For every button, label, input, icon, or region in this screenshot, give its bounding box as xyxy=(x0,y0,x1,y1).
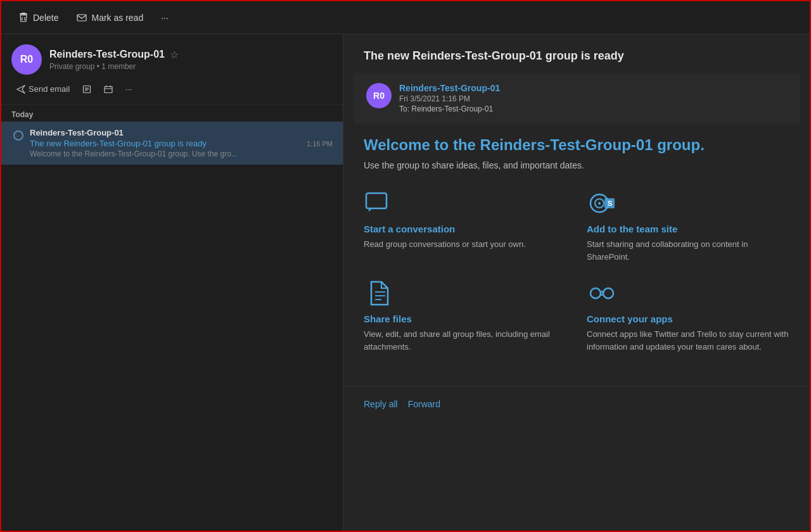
new-note-icon xyxy=(82,85,91,94)
email-content: Reinders-Test-Group-01 The new Reinders-… xyxy=(30,128,333,158)
calendar-button[interactable] xyxy=(99,82,118,97)
detail-body: Welcome to the Reinders-Test-Group-01 gr… xyxy=(343,124,810,386)
sharepoint-icon: S xyxy=(587,188,617,218)
chat-icon xyxy=(364,188,394,218)
feature-title-apps: Connect your apps xyxy=(587,314,789,324)
email-time: 1:16 PM xyxy=(307,140,333,148)
detail-date: Fri 3/5/2021 1:16 PM xyxy=(399,94,787,103)
feature-desc-conversation: Read group conversations or start your o… xyxy=(364,238,566,251)
group-name: Reinders-Test-Group-01 xyxy=(49,49,165,60)
email-list-item[interactable]: Reinders-Test-Group-01 The new Reinders-… xyxy=(1,122,343,165)
toolbar: Delete Mark as read ··· xyxy=(1,1,810,34)
detail-welcome-heading: Welcome to the Reinders-Test-Group-01 gr… xyxy=(364,136,789,154)
feature-desc-files: View, edit, and share all group files, i… xyxy=(364,328,566,353)
feature-item-apps: Connect your apps Connect apps like Twit… xyxy=(587,278,789,353)
email-list: Today Reinders-Test-Group-01 The new Rei… xyxy=(1,105,343,532)
svg-rect-1 xyxy=(22,13,25,14)
detail-from-row: R0 Reinders-Test-Group-01 Fri 3/5/2021 1… xyxy=(366,83,787,113)
feature-item-conversation: Start a conversation Read group conversa… xyxy=(364,188,566,263)
file-icon xyxy=(364,278,394,308)
feature-title-sharepoint: Add to the team site xyxy=(587,224,789,234)
left-panel: R0 Reinders-Test-Group-01 ☆ Private grou… xyxy=(1,34,343,532)
apps-icon xyxy=(587,278,617,308)
send-email-button[interactable]: Send email xyxy=(11,81,75,97)
group-actions: Send email xyxy=(11,81,333,97)
more-toolbar-button[interactable]: ··· xyxy=(155,9,175,27)
group-meta: Private group • 1 member xyxy=(49,62,333,71)
feature-item-sharepoint: S Add to the team site Start sharing and… xyxy=(587,188,789,263)
unread-dot xyxy=(13,130,23,141)
svg-point-16 xyxy=(598,202,601,205)
detail-subject: The new Reinders-Test-Group-01 group is … xyxy=(343,34,810,73)
feature-desc-apps: Connect apps like Twitter and Trello to … xyxy=(587,328,789,353)
group-avatar: R0 xyxy=(11,44,42,75)
svg-point-22 xyxy=(591,288,601,298)
today-label: Today xyxy=(1,105,343,122)
group-header: R0 Reinders-Test-Group-01 ☆ Private grou… xyxy=(1,34,343,105)
mark-as-read-icon xyxy=(76,12,87,23)
svg-point-23 xyxy=(603,288,613,298)
main-layout: R0 Reinders-Test-Group-01 ☆ Private grou… xyxy=(1,34,810,532)
svg-rect-13 xyxy=(366,193,386,208)
feature-item-files: Share files View, edit, and share all gr… xyxy=(364,278,566,353)
delete-icon xyxy=(18,12,29,23)
detail-meta: Reinders-Test-Group-01 Fri 3/5/2021 1:16… xyxy=(399,83,787,113)
star-icon[interactable]: ☆ xyxy=(170,49,179,61)
right-panel: The new Reinders-Test-Group-01 group is … xyxy=(343,34,810,532)
forward-button[interactable]: Forward xyxy=(408,396,440,412)
detail-sender-name: Reinders-Test-Group-01 xyxy=(399,83,787,93)
email-subject: The new Reinders-Test-Group-01 group is … xyxy=(30,139,302,148)
reply-all-button[interactable]: Reply all xyxy=(364,396,398,412)
email-preview: Welcome to the Reinders-Test-Group-01 gr… xyxy=(30,149,333,158)
svg-text:S: S xyxy=(608,200,612,207)
group-info: Reinders-Test-Group-01 ☆ Private group •… xyxy=(49,49,333,71)
new-note-button[interactable] xyxy=(77,82,96,97)
more-group-button[interactable]: ··· xyxy=(120,81,137,97)
detail-footer: Reply all Forward xyxy=(343,386,810,422)
detail-avatar: R0 xyxy=(366,83,392,108)
detail-to: To: Reinders-Test-Group-01 xyxy=(399,104,787,113)
detail-welcome-sub: Use the group to share ideas, files, and… xyxy=(364,160,789,170)
mark-as-read-button[interactable]: Mark as read xyxy=(70,8,150,27)
delete-button[interactable]: Delete xyxy=(11,8,65,27)
email-sender: Reinders-Test-Group-01 xyxy=(30,128,333,137)
feature-title-conversation: Start a conversation xyxy=(364,224,566,234)
svg-rect-4 xyxy=(77,15,86,21)
send-email-icon xyxy=(16,85,25,94)
feature-desc-sharepoint: Start sharing and collaborating on conte… xyxy=(587,238,789,263)
svg-rect-9 xyxy=(105,86,112,92)
email-detail: The new Reinders-Test-Group-01 group is … xyxy=(343,34,810,532)
detail-card: R0 Reinders-Test-Group-01 Fri 3/5/2021 1… xyxy=(354,73,800,124)
calendar-icon xyxy=(104,85,113,94)
feature-grid: Start a conversation Read group conversa… xyxy=(364,188,789,353)
feature-title-files: Share files xyxy=(364,314,566,324)
